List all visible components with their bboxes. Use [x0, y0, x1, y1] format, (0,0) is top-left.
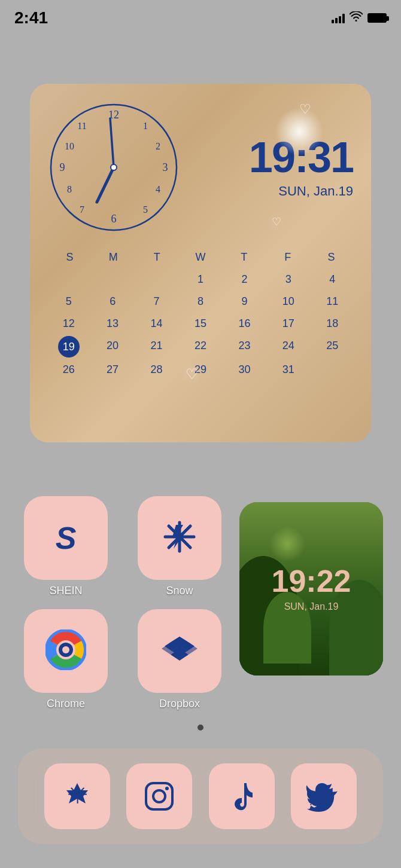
chrome-icon — [45, 629, 86, 673]
shein-label: SHEIN — [49, 585, 82, 597]
cal-day: 11 — [312, 292, 353, 311]
cal-day: 20 — [92, 336, 133, 357]
cal-day: 9 — [224, 292, 265, 311]
cal-day: 14 — [136, 314, 177, 334]
calendar-header: S M T W T F S — [48, 251, 353, 264]
cal-day: 8 — [180, 292, 221, 311]
cal-day: 17 — [268, 314, 309, 334]
svg-text:11: 11 — [77, 121, 86, 131]
svg-text:10: 10 — [65, 141, 74, 151]
cal-day: 13 — [92, 314, 133, 334]
cal-day: 21 — [136, 336, 177, 357]
digital-date: SUN, Jan.19 — [192, 184, 353, 199]
cal-header-t1: T — [135, 251, 179, 264]
cal-day: 12 — [48, 314, 89, 334]
digital-time: 19:31 — [192, 136, 353, 179]
calendar-grid: 1 2 3 4 5 6 7 8 9 10 11 12 13 14 15 16 1… — [48, 270, 353, 380]
shein-app-icon[interactable]: S — [24, 496, 108, 580]
svg-point-21 — [62, 646, 69, 653]
app-item-snow[interactable]: Snow — [132, 496, 227, 597]
snow-app-icon[interactable] — [138, 496, 221, 580]
svg-text:6: 6 — [111, 213, 117, 225]
svg-text:8: 8 — [67, 184, 72, 194]
page-indicator — [198, 725, 203, 731]
svg-point-15 — [111, 164, 117, 170]
nature-widget[interactable]: 19:22 SUN, Jan.19 WidgetClub — [239, 502, 383, 676]
cal-day: 25 — [312, 336, 353, 357]
svg-rect-26 — [146, 783, 172, 809]
cal-day: 18 — [312, 314, 353, 334]
dock-instagram[interactable] — [126, 763, 192, 829]
cal-day: 6 — [92, 292, 133, 311]
svg-text:✳: ✳ — [66, 781, 87, 809]
svg-text:5: 5 — [143, 204, 148, 215]
cal-day: 24 — [268, 336, 309, 357]
cal-day: 31 — [268, 360, 309, 380]
status-bar: 2:41 — [0, 0, 401, 36]
svg-text:2: 2 — [156, 141, 160, 151]
svg-text:1: 1 — [143, 121, 148, 131]
cal-header-t2: T — [222, 251, 266, 264]
cal-header-m: M — [92, 251, 135, 264]
svg-text:3: 3 — [163, 161, 168, 173]
twitter-icon — [306, 778, 342, 814]
tiktok-icon — [224, 778, 260, 814]
cal-day: 1 — [180, 270, 221, 289]
svg-line-13 — [97, 167, 114, 202]
chrome-label: Chrome — [47, 698, 85, 710]
digital-time-section: 19:31 SUN, Jan.19 — [180, 136, 353, 199]
cal-day: 26 — [48, 360, 89, 380]
cal-day: 4 — [312, 270, 353, 289]
dock-twitter[interactable] — [291, 763, 357, 829]
cal-day — [136, 270, 177, 289]
cal-day — [92, 270, 133, 289]
svg-text:4: 4 — [156, 184, 160, 194]
cal-day: 23 — [224, 336, 265, 357]
shein-icon: S — [56, 520, 77, 556]
cal-header-s1: S — [48, 251, 92, 264]
cal-day: 28 — [136, 360, 177, 380]
dropbox-app-icon[interactable] — [138, 609, 221, 693]
cal-day: 2 — [224, 270, 265, 289]
svg-point-27 — [153, 790, 165, 802]
dropbox-icon — [162, 632, 198, 670]
cal-day: 29 — [180, 360, 221, 380]
chrome-app-icon[interactable] — [24, 609, 108, 693]
dropbox-label: Dropbox — [159, 698, 200, 710]
svg-point-28 — [165, 787, 169, 790]
cal-day: 5 — [48, 292, 89, 311]
cal-day-today: 19 — [58, 336, 80, 357]
cal-header-f: F — [266, 251, 309, 264]
snow-label: Snow — [166, 585, 193, 597]
appstore-icon: ✳ — [59, 778, 95, 814]
status-time: 2:41 — [14, 8, 48, 27]
page-dot-active — [198, 725, 203, 731]
main-widget[interactable]: ♡ ♡ ♡ 12 3 6 9 1 2 11 10 4 5 7 8 — [30, 84, 371, 442]
svg-text:7: 7 — [80, 204, 84, 215]
cal-day: 3 — [268, 270, 309, 289]
app-item-chrome[interactable]: Chrome — [18, 609, 114, 710]
nature-digital-date: SUN, Jan.19 — [284, 601, 339, 612]
dock-appstore[interactable]: ✳ — [44, 763, 110, 829]
signal-icon — [332, 13, 345, 23]
wifi-icon — [350, 11, 363, 25]
cal-day: 15 — [180, 314, 221, 334]
cal-day: 16 — [224, 314, 265, 334]
cal-day: 22 — [180, 336, 221, 357]
app-item-shein[interactable]: S SHEIN — [18, 496, 114, 597]
app-item-dropbox[interactable]: Dropbox — [132, 609, 227, 710]
cal-day: 27 — [92, 360, 133, 380]
calendar-section: S M T W T F S 1 2 3 4 5 6 7 8 9 10 11 12 — [48, 251, 353, 380]
cal-day — [312, 360, 353, 380]
analog-clock: 12 3 6 9 1 2 11 10 4 5 7 8 — [48, 102, 180, 233]
svg-line-14 — [110, 118, 114, 167]
cal-day: 7 — [136, 292, 177, 311]
svg-text:9: 9 — [60, 161, 65, 173]
nature-time-overlay: 19:22 SUN, Jan.19 — [239, 502, 383, 676]
dock-tiktok[interactable] — [209, 763, 275, 829]
status-icons — [332, 11, 387, 25]
clock-section: 12 3 6 9 1 2 11 10 4 5 7 8 — [48, 102, 353, 233]
cal-header-w: W — [179, 251, 223, 264]
cal-day — [48, 270, 89, 289]
snow-icon — [163, 520, 196, 556]
